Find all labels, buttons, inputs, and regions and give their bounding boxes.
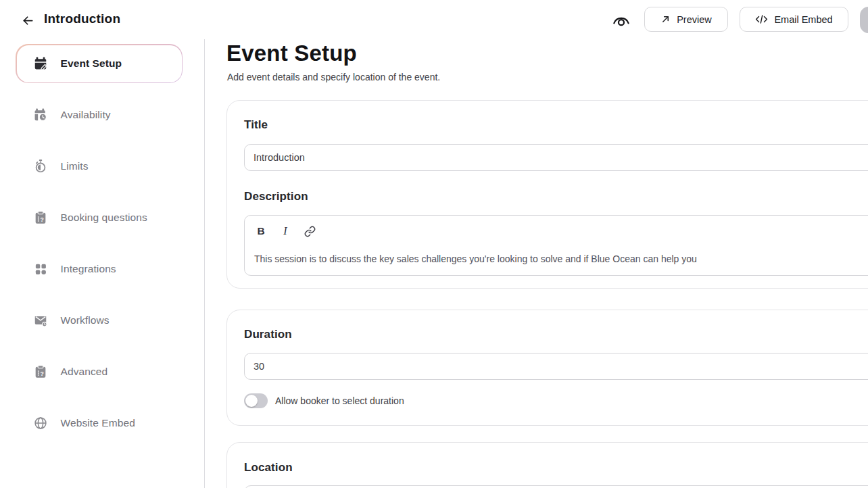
email-embed-button-label: Email Embed: [774, 14, 832, 25]
header: Introduction Preview Email Embed: [0, 0, 868, 39]
code-icon: [755, 14, 768, 24]
title-input[interactable]: [244, 144, 868, 171]
location-card: Location: [226, 442, 868, 488]
sidebar-item-label: Website Embed: [61, 417, 135, 429]
description-editor[interactable]: B I This session is to discuss the key s…: [244, 215, 868, 276]
link-icon[interactable]: [301, 222, 318, 240]
location-input[interactable]: [244, 485, 868, 488]
arrow-left-icon: [21, 14, 35, 28]
eye-icon[interactable]: [608, 8, 635, 31]
stopwatch-icon: [33, 159, 48, 174]
description-label: Description: [244, 190, 308, 203]
sidebar-item-label: Limits: [61, 160, 89, 172]
sidebar-item-label: Booking questions: [61, 212, 147, 224]
duration-input[interactable]: [244, 353, 868, 380]
sidebar-item-label: Workflows: [61, 314, 110, 326]
event-details-card: Title Description B I This session is to…: [226, 100, 868, 289]
sidebar-item-label: Availability: [61, 109, 111, 121]
hidden-toggle-partial[interactable]: [860, 7, 868, 33]
location-label: Location: [244, 461, 293, 474]
globe-icon: [33, 416, 48, 431]
page-title: Introduction: [44, 11, 120, 26]
toggle-knob: [245, 395, 258, 407]
section-subtitle: Add event details and specify location o…: [227, 72, 440, 82]
arrow-up-right-icon: [660, 14, 671, 24]
sidebar-item-label: Event Setup: [61, 57, 122, 70]
mail-bell-icon: [33, 313, 48, 328]
sidebar-item-advanced[interactable]: ? Advanced: [16, 352, 183, 391]
duration-card: Duration Allow booker to select duration: [226, 310, 868, 426]
svg-text:?: ?: [40, 370, 43, 377]
allow-booker-duration-label: Allow booker to select duration: [275, 395, 404, 406]
calendar-edit-icon: [33, 56, 48, 71]
italic-button[interactable]: I: [276, 222, 294, 240]
preview-button[interactable]: Preview: [644, 7, 728, 32]
sidebar-item-availability[interactable]: Availability: [16, 95, 183, 135]
svg-text:?: ?: [40, 216, 43, 223]
sidebar-item-label: Integrations: [61, 263, 116, 275]
grid-apps-icon: [33, 262, 48, 276]
sidebar-item-booking-questions[interactable]: ? Booking questions: [16, 198, 183, 237]
duration-label: Duration: [244, 328, 292, 341]
sidebar-item-label: Advanced: [61, 366, 108, 378]
section-title: Event Setup: [226, 41, 357, 66]
email-embed-button[interactable]: Email Embed: [740, 7, 848, 32]
sidebar-item-workflows[interactable]: Workflows: [16, 301, 183, 340]
sidebar-divider: [204, 39, 205, 488]
title-label: Title: [244, 118, 268, 132]
allow-booker-duration-toggle[interactable]: [244, 393, 268, 408]
description-text[interactable]: This session is to discuss the key sales…: [254, 253, 868, 264]
sidebar-item-integrations[interactable]: Integrations: [16, 249, 183, 289]
clipboard-icon: ?: [33, 364, 48, 379]
sidebar-item-event-setup[interactable]: Event Setup: [16, 44, 183, 83]
sidebar: Event Setup Availability: [0, 39, 204, 488]
preview-button-label: Preview: [677, 14, 712, 25]
calendar-clock-icon: [33, 107, 48, 122]
sidebar-item-website-embed[interactable]: Website Embed: [16, 404, 183, 443]
bold-button[interactable]: B: [252, 222, 270, 240]
sidebar-item-limits[interactable]: Limits: [16, 147, 183, 186]
back-button[interactable]: [19, 11, 37, 29]
clipboard-question-icon: ?: [33, 210, 48, 225]
